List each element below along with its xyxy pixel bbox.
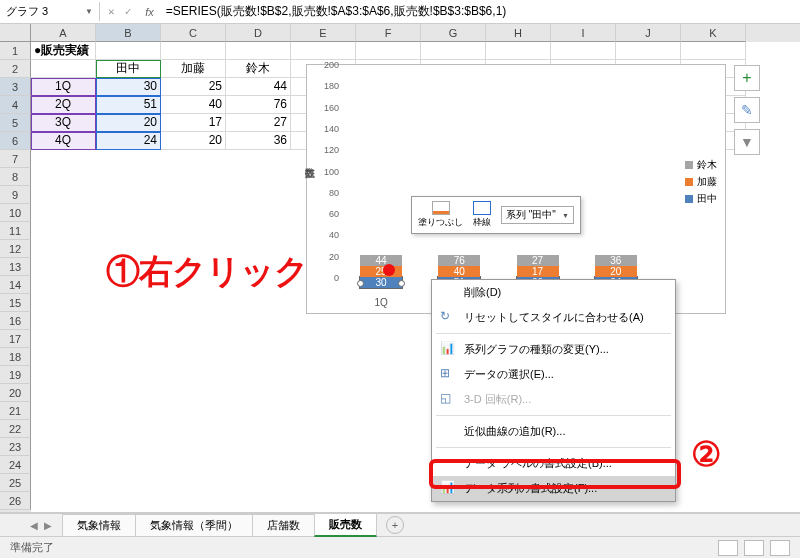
- cancel-icon[interactable]: ✕: [108, 5, 115, 18]
- row-header[interactable]: 26: [0, 492, 31, 510]
- col-header[interactable]: C: [161, 24, 226, 42]
- col-header[interactable]: G: [421, 24, 486, 42]
- cell[interactable]: [291, 42, 356, 60]
- name-box[interactable]: グラフ 3 ▼: [0, 2, 100, 21]
- embedded-chart[interactable]: 0 20 40 60 80 100 120 140 160 180 200 販売…: [306, 64, 726, 314]
- cell[interactable]: 2Q: [31, 96, 96, 114]
- col-header[interactable]: I: [551, 24, 616, 42]
- cell[interactable]: 20: [96, 114, 161, 132]
- bar-segment[interactable]: 20: [595, 266, 637, 277]
- legend-item[interactable]: 田中: [685, 192, 717, 206]
- menu-reset-style[interactable]: ↻リセットしてスタイルに合わせる(A): [432, 305, 675, 330]
- row-header[interactable]: 13: [0, 258, 31, 276]
- cell[interactable]: [486, 42, 551, 60]
- sheet-tab[interactable]: 店舗数: [252, 514, 315, 536]
- row-header[interactable]: 21: [0, 402, 31, 420]
- row-header[interactable]: 18: [0, 348, 31, 366]
- row-header[interactable]: 1: [0, 42, 31, 60]
- menu-change-chart-type[interactable]: 📊系列グラフの種類の変更(Y)...: [432, 337, 675, 362]
- chevron-down-icon[interactable]: ▼: [85, 7, 93, 16]
- mini-toolbar[interactable]: 塗りつぶし 枠線 系列 "田中" ▼: [411, 196, 581, 234]
- bar-segment[interactable]: 27: [517, 255, 559, 266]
- row-header[interactable]: 16: [0, 312, 31, 330]
- cell[interactable]: ●販売実績: [31, 42, 96, 60]
- cell[interactable]: 24: [96, 132, 161, 150]
- sheet-tab[interactable]: 気象情報（季間）: [135, 514, 253, 536]
- cell[interactable]: 鈴木: [226, 60, 291, 78]
- row-header[interactable]: 11: [0, 222, 31, 240]
- row-header[interactable]: 3: [0, 78, 31, 96]
- chart-style-button[interactable]: ✎: [734, 97, 760, 123]
- fill-button[interactable]: 塗りつぶし: [418, 201, 463, 229]
- cell[interactable]: 17: [161, 114, 226, 132]
- column-headers[interactable]: A B C D E F G H I J K: [31, 24, 800, 42]
- cell[interactable]: 25: [161, 78, 226, 96]
- confirm-icon[interactable]: ✓: [125, 5, 132, 18]
- cell[interactable]: 36: [226, 132, 291, 150]
- series-selector[interactable]: 系列 "田中" ▼: [501, 206, 574, 224]
- bar-segment[interactable]: 36: [595, 255, 637, 266]
- legend-item[interactable]: 加藤: [685, 175, 717, 189]
- cell[interactable]: [421, 42, 486, 60]
- col-header[interactable]: E: [291, 24, 356, 42]
- next-tab-icon[interactable]: ▶: [44, 520, 52, 531]
- plot-area[interactable]: 302544514076201727242036: [342, 75, 655, 288]
- sheet-tab-active[interactable]: 販売数: [314, 513, 377, 537]
- select-all-corner[interactable]: [0, 24, 31, 42]
- bar-segment[interactable]: 44: [360, 255, 402, 266]
- col-header[interactable]: H: [486, 24, 551, 42]
- row-header[interactable]: 23: [0, 438, 31, 456]
- cell[interactable]: [226, 42, 291, 60]
- view-normal-button[interactable]: [718, 540, 738, 556]
- cell[interactable]: [161, 42, 226, 60]
- view-page-break-button[interactable]: [770, 540, 790, 556]
- chart-legend[interactable]: 鈴木 加藤 田中: [685, 155, 717, 209]
- row-header[interactable]: 24: [0, 456, 31, 474]
- cell[interactable]: [681, 42, 746, 60]
- row-header[interactable]: 8: [0, 168, 31, 186]
- cell[interactable]: 40: [161, 96, 226, 114]
- sheet-tab[interactable]: 気象情報: [62, 514, 136, 536]
- legend-item[interactable]: 鈴木: [685, 158, 717, 172]
- menu-format-data-series[interactable]: 📊データ系列の書式設定(F)...: [432, 476, 675, 501]
- cell[interactable]: 3Q: [31, 114, 96, 132]
- chevron-down-icon[interactable]: ▼: [562, 212, 569, 219]
- row-header[interactable]: 14: [0, 276, 31, 294]
- row-header[interactable]: 17: [0, 330, 31, 348]
- row-header[interactable]: 22: [0, 420, 31, 438]
- col-header[interactable]: B: [96, 24, 161, 42]
- row-header[interactable]: 10: [0, 204, 31, 222]
- cell[interactable]: 76: [226, 96, 291, 114]
- cell[interactable]: 30: [96, 78, 161, 96]
- cell[interactable]: 51: [96, 96, 161, 114]
- menu-select-data[interactable]: ⊞データの選択(E)...: [432, 362, 675, 387]
- col-header[interactable]: K: [681, 24, 746, 42]
- bar-segment[interactable]: 25: [360, 266, 402, 277]
- chart-add-element-button[interactable]: +: [734, 65, 760, 91]
- row-header[interactable]: 6: [0, 132, 31, 150]
- prev-tab-icon[interactable]: ◀: [30, 520, 38, 531]
- row-header[interactable]: 15: [0, 294, 31, 312]
- chart-filter-button[interactable]: ▼: [734, 129, 760, 155]
- bar-segment[interactable]: 30: [360, 277, 402, 288]
- outline-button[interactable]: 枠線: [473, 201, 491, 229]
- tab-nav[interactable]: ◀▶: [30, 520, 52, 531]
- row-header[interactable]: 5: [0, 114, 31, 132]
- row-header[interactable]: 12: [0, 240, 31, 258]
- row-header[interactable]: 2: [0, 60, 31, 78]
- col-header[interactable]: J: [616, 24, 681, 42]
- cell[interactable]: [31, 60, 96, 78]
- row-header[interactable]: 20: [0, 384, 31, 402]
- bar-segment[interactable]: 40: [438, 266, 480, 277]
- row-header[interactable]: 19: [0, 366, 31, 384]
- menu-delete[interactable]: 削除(D): [432, 280, 675, 305]
- cell[interactable]: 4Q: [31, 132, 96, 150]
- col-header[interactable]: F: [356, 24, 421, 42]
- row-header[interactable]: 7: [0, 150, 31, 168]
- cell[interactable]: 44: [226, 78, 291, 96]
- row-headers[interactable]: 1 2 3 4 5 6 7 8 9 10 11 12 13 14 15 16 1…: [0, 24, 31, 512]
- cell[interactable]: 20: [161, 132, 226, 150]
- cell[interactable]: 27: [226, 114, 291, 132]
- cell[interactable]: [551, 42, 616, 60]
- cell[interactable]: 加藤: [161, 60, 226, 78]
